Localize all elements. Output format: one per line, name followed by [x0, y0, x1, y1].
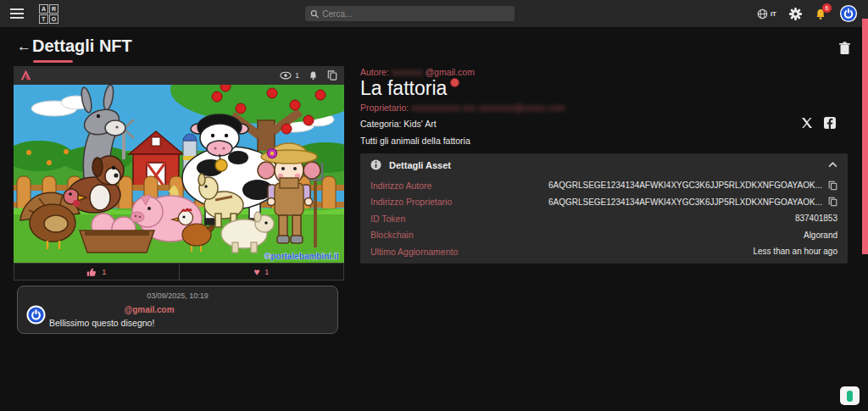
copy-author-address-button[interactable]	[828, 181, 837, 191]
scrollbar[interactable]	[862, 19, 868, 254]
facebook-icon[interactable]	[824, 117, 836, 129]
comment-avatar	[26, 305, 46, 325]
asset-panel-title: Dettagli Asset	[389, 160, 451, 170]
notification-badge: 6	[822, 3, 832, 13]
heart-icon: ♥	[253, 267, 259, 277]
copy-owner-address-button[interactable]	[828, 197, 837, 207]
nft-image[interactable]: ©portalebambini.it	[14, 85, 344, 263]
extension-icon	[847, 391, 853, 402]
author-label: Autore:	[360, 67, 389, 77]
top-navbar: A R T O IT	[0, 0, 868, 27]
comment-author-email[interactable]: @gmail.com	[52, 305, 247, 314]
logo-letter: O	[49, 14, 58, 24]
search-bar[interactable]	[305, 6, 515, 21]
menu-icon[interactable]	[10, 6, 25, 21]
power-icon	[839, 4, 858, 23]
favorite-button[interactable]: ♥ 1	[179, 264, 344, 280]
title-underline	[33, 60, 73, 63]
author-line: Autore: xxxxxxx @gmail.com	[360, 67, 475, 77]
comment-text: Bellissimo questo disegno!	[49, 318, 154, 328]
subscribe-bell-icon[interactable]	[309, 70, 318, 81]
asset-panel-header[interactable]: Dettagli Asset	[360, 153, 848, 175]
logo-letter: T	[39, 14, 48, 24]
settings-button[interactable]	[789, 8, 802, 20]
like-count: 1	[102, 268, 106, 276]
notifications-button[interactable]: 6	[815, 8, 826, 20]
main-content: ← Dettagli NFT 1	[0, 27, 868, 411]
owner-redacted: xxxxxxxxxxx xxx xxxxxxxx@xxxxx.com	[411, 103, 565, 113]
gear-icon	[789, 8, 802, 20]
watermark-text: ©portalebambini.it	[264, 252, 340, 261]
nft-card-header: 1	[14, 66, 344, 85]
favorite-count: 1	[264, 268, 269, 276]
logo-letter: A	[39, 4, 48, 14]
search-input[interactable]	[322, 9, 509, 19]
asset-row-last-update: Ultimo Aggiornamento Less than an hour a…	[370, 243, 837, 260]
author-email[interactable]: @gmail.com	[425, 67, 475, 77]
asset-row-owner-address: Indirizzo Proprietario 6AQGRLSEGE1234134…	[370, 194, 837, 211]
like-button[interactable]: 1	[14, 264, 179, 280]
asset-details-panel: Dettagli Asset Indirizzo Autore 6AQGRLSE…	[360, 153, 848, 264]
nft-title: La fattoria	[360, 77, 459, 100]
info-icon	[370, 159, 381, 170]
page-title: Dettagli NFT	[32, 36, 132, 56]
nft-card: 1	[14, 66, 344, 280]
nft-category: Categoria: Kids' Art	[360, 119, 437, 129]
asset-row-author-address: Indirizzo Autore 6AQGRLSEGE1234134AFWKI4…	[370, 177, 837, 194]
owner-label: Proprietario:	[360, 103, 409, 113]
thumbs-up-icon	[86, 267, 97, 277]
delete-button[interactable]	[839, 42, 850, 58]
browser-extension-button[interactable]	[840, 386, 860, 405]
share-buttons	[801, 117, 836, 129]
comment-date: 03/09/2025, 10:19	[18, 292, 337, 300]
nft-description: Tutti gli animali della fattoria	[360, 136, 470, 146]
views-icon	[280, 71, 292, 80]
globe-icon	[757, 8, 768, 19]
x-twitter-icon[interactable]	[801, 117, 813, 129]
arto-logo[interactable]: A R T O	[39, 4, 58, 24]
language-selector[interactable]: IT	[757, 8, 776, 19]
views-count: 1	[295, 71, 299, 80]
copy-icon[interactable]	[327, 70, 337, 81]
owner-line: Proprietario: xxxxxxxxxxx xxx xxxxxxxx@x…	[360, 103, 565, 113]
language-code: IT	[771, 10, 776, 18]
trash-icon	[839, 42, 850, 55]
back-button[interactable]: ←	[17, 38, 31, 55]
search-icon	[310, 9, 319, 19]
asset-rows: Indirizzo Autore 6AQGRLSEGE1234134AFWKI4…	[360, 175, 848, 260]
copy-icon	[828, 197, 837, 207]
asset-row-token-id: ID Token 837401853	[370, 210, 837, 227]
reactions-bar: 1 ♥ 1	[14, 263, 344, 280]
logo-letter: R	[49, 4, 58, 14]
nft-status-badge	[450, 78, 459, 87]
author-redacted: xxxxxxx	[392, 67, 423, 77]
copy-icon	[828, 181, 837, 191]
chevron-up-icon[interactable]	[828, 162, 837, 168]
asset-row-blockchain: Blockchain Algorand	[370, 227, 837, 244]
logout-button[interactable]	[839, 4, 858, 23]
arto-mark-icon	[20, 70, 31, 81]
comment-card: 03/09/2025, 10:19 @gmail.com Bellissimo …	[17, 286, 338, 334]
